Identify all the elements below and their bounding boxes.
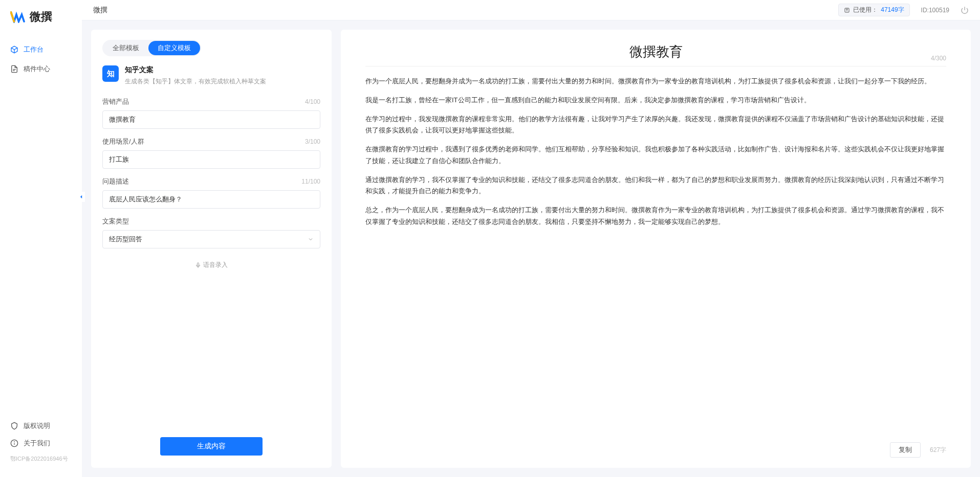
chevron-down-icon (308, 236, 314, 242)
logo-icon (10, 11, 26, 23)
select-value: 经历型回答 (109, 235, 142, 244)
field-counter: 11/100 (301, 178, 320, 185)
usage-label: 已使用： (853, 6, 878, 14)
nav-footer: 版权说明 关于我们 鄂ICP备2022016946号 (0, 417, 82, 468)
text-icon (844, 7, 850, 13)
voice-input-label: 语音录入 (203, 261, 228, 269)
field-label: 问题描述 (102, 177, 129, 186)
topbar: 微撰 已使用： 47149字 ID:100519 (82, 0, 980, 20)
footer-item-copyright[interactable]: 版权说明 (0, 417, 82, 435)
doc-paragraph: 总之，作为一个底层人民，要想翻身成为一名成功的打工族，需要付出大量的努力和时间。… (365, 205, 946, 228)
document-icon (10, 65, 18, 73)
sidebar-collapse-handle[interactable] (78, 192, 85, 202)
doc-body[interactable]: 作为一个底层人民，要想翻身并成为一名成功的打工族，需要付出大量的努力和时间。微撰… (365, 76, 946, 435)
usage-badge[interactable]: 已使用： 47149字 (838, 4, 909, 16)
template-title: 知乎文案 (125, 65, 266, 75)
char-count: 627字 (930, 446, 946, 455)
field-counter: 3/100 (305, 138, 320, 145)
template-desc: 生成各类【知乎】体文章，有效完成软植入种草文案 (125, 77, 266, 86)
doc-paragraph: 在微撰教育的学习过程中，我遇到了很多优秀的老师和同学。他们互相帮助，分享经验和知… (365, 144, 946, 167)
field-type: 文案类型 经历型回答 (102, 217, 320, 248)
usage-value: 47149字 (881, 6, 904, 14)
template-tabs: 全部模板 自定义模板 (102, 40, 201, 56)
doc-paragraph: 通过微撰教育的学习，我不仅掌握了专业的知识和技能，还结交了很多志同道合的朋友。他… (365, 174, 946, 198)
info-icon (10, 439, 18, 447)
field-label: 使用场景/人群 (102, 137, 144, 146)
footer-item-label: 关于我们 (24, 439, 50, 448)
problem-input[interactable] (102, 190, 320, 209)
tab-all-templates[interactable]: 全部模板 (103, 41, 148, 55)
brand-logo[interactable]: 微撰 (0, 9, 82, 40)
icp-text: 鄂ICP备2022016946号 (0, 452, 82, 463)
template-info: 知 知乎文案 生成各类【知乎】体文章，有效完成软植入种草文案 (102, 65, 320, 86)
field-problem: 问题描述 11/100 (102, 177, 320, 209)
mic-icon (195, 262, 201, 268)
field-counter: 4/100 (305, 98, 320, 105)
scene-input[interactable] (102, 150, 320, 169)
field-product: 营销产品 4/100 (102, 97, 320, 129)
nav-item-workbench[interactable]: 工作台 (0, 40, 82, 59)
sidebar: 微撰 工作台 稿件中心 版权说明 关于我们 鄂ICP备2022016946号 (0, 0, 82, 477)
voice-input-link[interactable]: 语音录入 (102, 257, 320, 274)
user-id: ID:100519 (921, 7, 949, 14)
field-label: 营销产品 (102, 97, 129, 106)
doc-paragraph: 我是一名打工族，曾经在一家IT公司工作，但一直感到自己的能力和职业发展空间有限。… (365, 95, 946, 106)
template-icon: 知 (102, 65, 119, 82)
svg-point-1 (14, 442, 15, 442)
doc-paragraph: 在学习的过程中，我发现微撰教育的课程非常实用。他们的教学方法很有趣，让我对学习产… (365, 113, 946, 137)
chevron-left-icon (79, 194, 84, 199)
doc-paragraph: 作为一个底层人民，要想翻身并成为一名成功的打工族，需要付出大量的努力和时间。微撰… (365, 76, 946, 87)
content: 全部模板 自定义模板 知 知乎文案 生成各类【知乎】体文章，有效完成软植入种草文… (82, 20, 980, 477)
nav: 工作台 稿件中心 (0, 40, 82, 417)
type-select[interactable]: 经历型回答 (102, 230, 320, 248)
doc-title-counter: 4/300 (931, 55, 946, 62)
nav-item-label: 工作台 (24, 45, 43, 54)
doc-footer: 复制 627字 (365, 435, 946, 458)
cube-icon (10, 46, 18, 54)
footer-item-label: 版权说明 (24, 421, 50, 430)
copy-button[interactable]: 复制 (890, 442, 921, 458)
brand-name: 微撰 (30, 9, 52, 25)
generate-button[interactable]: 生成内容 (160, 437, 263, 456)
form-panel: 全部模板 自定义模板 知 知乎文案 生成各类【知乎】体文章，有效完成软植入种草文… (91, 30, 332, 468)
power-icon[interactable] (961, 6, 969, 14)
doc-title-row: 微撰教育 4/300 (365, 43, 946, 66)
topbar-right: 已使用： 47149字 ID:100519 (838, 4, 969, 16)
nav-item-label: 稿件中心 (24, 64, 50, 74)
field-scene: 使用场景/人群 3/100 (102, 137, 320, 169)
shield-icon (10, 422, 18, 430)
main-area: 微撰 已使用： 47149字 ID:100519 全部模板 自定义模板 知 (82, 0, 980, 477)
footer-item-about[interactable]: 关于我们 (0, 435, 82, 452)
tab-custom-templates[interactable]: 自定义模板 (148, 41, 200, 55)
page-title: 微撰 (93, 6, 107, 15)
output-panel: 微撰教育 4/300 作为一个底层人民，要想翻身并成为一名成功的打工族，需要付出… (341, 30, 971, 468)
product-input[interactable] (102, 110, 320, 129)
doc-title[interactable]: 微撰教育 (629, 43, 683, 61)
svg-rect-3 (198, 263, 199, 266)
nav-item-drafts[interactable]: 稿件中心 (0, 59, 82, 79)
field-label: 文案类型 (102, 217, 129, 226)
